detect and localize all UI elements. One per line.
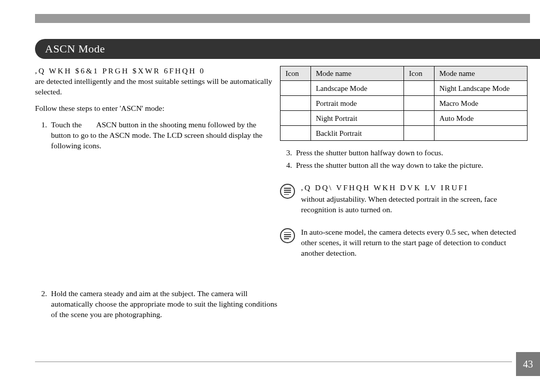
table-row: Backlit Portrait — [280, 126, 528, 141]
mode-name-cell — [434, 126, 527, 141]
table-row: Portrait mode Macro Mode — [280, 96, 528, 111]
mode-icon-cell — [280, 96, 311, 111]
note-2: In auto-scene model, the camera detects … — [280, 227, 528, 259]
th-icon-1: Icon — [280, 66, 311, 81]
step-1-text-a: Touch the — [51, 120, 84, 129]
content-columns: ,Q WKH $6&1 PRGH $XWR 6FHQH 0 are detect… — [35, 66, 540, 323]
table-row: Landscape Mode Night Landscape Mode — [280, 81, 528, 96]
mode-icon-cell — [280, 111, 311, 126]
mode-table: Icon Mode name Icon Mode name Landscape … — [280, 66, 528, 141]
manual-page: ASCN Mode ,Q WKH $6&1 PRGH $XWR 6FHQH 0 … — [0, 0, 540, 392]
step-1: Touch the ASCN button in the shooting me… — [49, 120, 280, 151]
intro-garbled-line: ,Q WKH $6&1 PRGH $XWR 6FHQH 0 — [35, 66, 280, 76]
mode-name-cell: Auto Mode — [434, 111, 527, 126]
note-icon — [280, 184, 295, 199]
mode-name-cell: Portrait mode — [310, 96, 404, 111]
mode-name-cell: Macro Mode — [434, 96, 527, 111]
mode-icon-cell — [280, 81, 311, 96]
mode-icon-cell — [404, 81, 434, 96]
right-column: Icon Mode name Icon Mode name Landscape … — [280, 66, 528, 323]
mode-icon-cell — [404, 111, 434, 126]
th-mode-2: Mode name — [434, 66, 527, 81]
note-2-text: In auto-scene model, the camera detects … — [301, 227, 528, 259]
step-1-text-mid: ASCN button in the shooting menu followe… — [96, 120, 258, 129]
step-4: Press the shutter button all the way dow… — [294, 160, 528, 171]
note-1: ,Q DQ\ VFHQH WKH DVK LV IRUFI without ad… — [280, 183, 528, 215]
step-1-text-b: button to go to the ASCN mode. The LCD s… — [51, 131, 262, 150]
note-1-body: without adjustability. When detected por… — [301, 194, 528, 215]
steps-list-right: Press the shutter button halfway down to… — [280, 148, 528, 171]
follow-steps-line: Follow these steps to enter 'ASCN' mode: — [35, 103, 280, 114]
section-title-bar: ASCN Mode — [35, 39, 540, 59]
mode-icon-cell — [404, 96, 434, 111]
note-icon — [280, 228, 295, 243]
th-icon-2: Icon — [404, 66, 434, 81]
table-header-row: Icon Mode name Icon Mode name — [280, 66, 528, 81]
page-number: 43 — [516, 352, 540, 376]
note-2-body: In auto-scene model, the camera detects … — [301, 227, 528, 259]
section-title: ASCN Mode — [45, 42, 105, 55]
step-2: Hold the camera steady and aim at the su… — [49, 289, 280, 320]
steps-list-left-2: Hold the camera steady and aim at the su… — [35, 289, 280, 320]
mode-name-cell: Night Landscape Mode — [434, 81, 527, 96]
lcd-placeholder-gap — [35, 154, 280, 289]
mode-name-cell: Backlit Portrait — [310, 126, 404, 141]
mode-name-cell: Night Portrait — [310, 111, 404, 126]
header-rule — [35, 14, 530, 23]
mode-icon-cell — [404, 126, 434, 141]
left-column: ,Q WKH $6&1 PRGH $XWR 6FHQH 0 are detect… — [35, 66, 280, 323]
footer-rule — [35, 362, 512, 362]
mode-icon-cell — [280, 126, 311, 141]
th-mode-1: Mode name — [310, 66, 404, 81]
table-row: Night Portrait Auto Mode — [280, 111, 528, 126]
step-3: Press the shutter button halfway down to… — [294, 148, 528, 158]
mode-name-cell: Landscape Mode — [310, 81, 404, 96]
intro-paragraph: are detected intelligently and the most … — [35, 76, 280, 97]
steps-list-left: Touch the ASCN button in the shooting me… — [35, 120, 280, 151]
note-1-text: ,Q DQ\ VFHQH WKH DVK LV IRUFI without ad… — [301, 183, 528, 215]
note-1-garbled: ,Q DQ\ VFHQH WKH DVK LV IRUFI — [301, 183, 528, 193]
